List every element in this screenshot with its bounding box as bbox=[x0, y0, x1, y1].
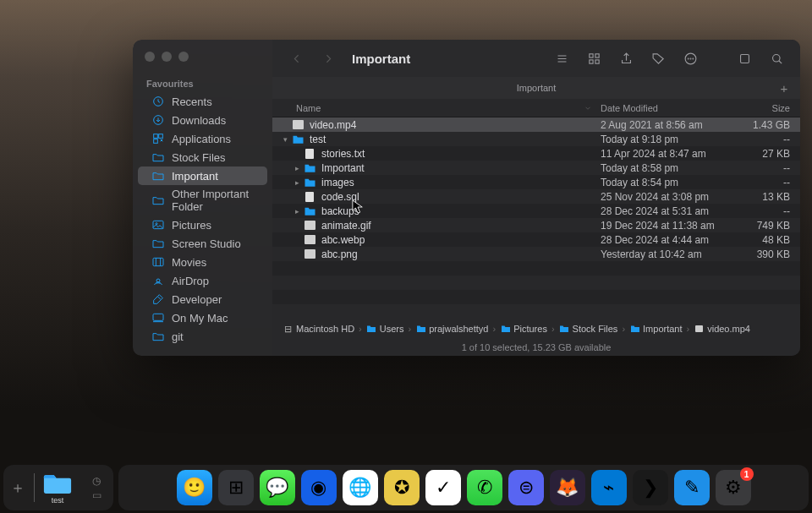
group-button[interactable] bbox=[582, 46, 606, 70]
file-row[interactable]: code.sql25 Nov 2024 at 3:08 pm13 KB bbox=[272, 189, 800, 204]
dock-app-notes[interactable]: ✓ bbox=[425, 470, 461, 505]
column-date[interactable]: Date Modified bbox=[601, 103, 734, 113]
path-segment[interactable]: Pictures bbox=[500, 324, 547, 335]
file-row[interactable]: ▸imagesToday at 8:54 pm-- bbox=[272, 175, 800, 189]
sidebar-item-developer[interactable]: Developer bbox=[138, 290, 267, 308]
dock-app-discord[interactable]: ⊜ bbox=[508, 470, 544, 505]
movie-icon bbox=[151, 255, 165, 269]
file-name: video.mp4 bbox=[310, 119, 601, 131]
sidebar-item-screen-studio[interactable]: Screen Studio bbox=[138, 234, 267, 253]
zoom-button[interactable] bbox=[178, 52, 189, 62]
file-row[interactable]: video.mp42 Aug 2021 at 8:56 am1.43 GB bbox=[272, 117, 800, 132]
dock-app-terminal[interactable]: ❯ bbox=[633, 470, 668, 505]
svg-rect-12 bbox=[153, 314, 163, 320]
file-date: Today at 8:54 pm bbox=[601, 177, 734, 188]
disclosure-triangle[interactable]: ▸ bbox=[291, 178, 303, 187]
file-name: animate.gif bbox=[321, 220, 601, 232]
sidebar-item-downloads[interactable]: Downloads bbox=[138, 111, 267, 129]
folder-icon bbox=[629, 324, 640, 335]
expose-icon[interactable]: ▭ bbox=[92, 489, 102, 501]
sidebar-item-label: Important bbox=[172, 170, 218, 183]
sidebar-item-label: Stock Files bbox=[172, 151, 226, 164]
dock-app-xcode[interactable]: ✎ bbox=[674, 470, 710, 505]
disclosure-triangle[interactable]: ▸ bbox=[291, 207, 303, 216]
dock-stack-test[interactable]: test bbox=[43, 472, 72, 505]
column-name[interactable]: Name bbox=[296, 103, 321, 113]
file-row[interactable]: ▸ImportantToday at 8:58 pm-- bbox=[272, 161, 800, 175]
sidebar-item-git[interactable]: git bbox=[138, 327, 267, 346]
sidebar-item-label: AirDrop bbox=[172, 275, 209, 287]
minimize-button[interactable] bbox=[162, 52, 172, 62]
back-button[interactable] bbox=[284, 46, 308, 70]
sidebar-item-recents[interactable]: Recents bbox=[138, 92, 267, 111]
disclosure-triangle[interactable]: ▸ bbox=[291, 164, 303, 172]
dock-app-app2[interactable]: ✪ bbox=[384, 470, 420, 505]
sidebar-item-label: Movies bbox=[172, 256, 206, 269]
tab-current[interactable]: Important bbox=[272, 83, 800, 93]
path-segment[interactable]: ⊟Macintosh HD bbox=[283, 324, 354, 335]
sort-indicator-icon bbox=[584, 104, 592, 112]
column-size[interactable]: Size bbox=[734, 103, 800, 113]
file-size: 749 KB bbox=[734, 220, 800, 232]
actions-button[interactable] bbox=[678, 46, 702, 70]
svg-rect-17 bbox=[589, 53, 592, 57]
file-date: Today at 8:58 pm bbox=[601, 162, 734, 174]
sidebar-item-airdrop[interactable]: AirDrop bbox=[138, 271, 267, 290]
dock-app-vscode[interactable]: ⌁ bbox=[591, 470, 627, 505]
file-name: images bbox=[321, 177, 601, 188]
path-segment[interactable]: Users bbox=[366, 324, 404, 335]
file-name: Important bbox=[321, 162, 601, 174]
file-size: 390 KB bbox=[734, 248, 800, 260]
dock-app-messages[interactable]: 💬 bbox=[260, 470, 295, 505]
dock-stack-label: test bbox=[52, 496, 64, 505]
tags-button[interactable] bbox=[646, 46, 670, 70]
folder-icon bbox=[151, 150, 165, 164]
file-size: 1.43 GB bbox=[734, 119, 800, 131]
sidebar-item-on-my-mac[interactable]: On My Mac bbox=[138, 308, 267, 327]
sidebar-item-applications[interactable]: Applications bbox=[138, 129, 267, 148]
media-icon bbox=[303, 248, 316, 260]
sidebar-item-pictures[interactable]: Pictures bbox=[138, 216, 267, 234]
dock-app-firefox[interactable]: 🦊 bbox=[550, 470, 585, 505]
share-button[interactable] bbox=[614, 46, 638, 70]
close-button[interactable] bbox=[145, 52, 155, 62]
new-tab-button[interactable]: + bbox=[776, 80, 792, 96]
sidebar-item-stock-files[interactable]: Stock Files bbox=[138, 148, 267, 166]
sidebar-item-other-important-folder[interactable]: Other Important Folder bbox=[138, 185, 267, 216]
svg-rect-8 bbox=[153, 258, 163, 265]
path-segment[interactable]: Stock Files bbox=[559, 324, 618, 335]
file-row[interactable]: abc.webp28 Dec 2024 at 4:44 am48 KB bbox=[272, 232, 800, 247]
dock-app-whatsapp[interactable]: ✆ bbox=[467, 470, 502, 505]
sidebar: Favourites RecentsDownloadsApplicationsS… bbox=[133, 40, 272, 356]
file-name: abc.webp bbox=[321, 234, 601, 246]
file-row[interactable]: ▸backups28 Dec 2024 at 5:31 am-- bbox=[272, 204, 800, 218]
path-segment[interactable]: prajwalshettyd bbox=[415, 324, 488, 335]
recent-apps-icon[interactable]: ◷ bbox=[92, 475, 102, 487]
dock-app-settings[interactable]: ⚙1 bbox=[716, 470, 751, 505]
svg-rect-25 bbox=[740, 54, 749, 63]
file-row[interactable]: animate.gif19 Dec 2024 at 11:38 am749 KB bbox=[272, 218, 800, 232]
path-segment[interactable]: video.mp4 bbox=[694, 324, 750, 335]
sidebar-item-important[interactable]: Important bbox=[138, 166, 267, 185]
file-row[interactable]: stories.txt11 Apr 2024 at 8:47 am27 KB bbox=[272, 146, 800, 161]
preview-button[interactable] bbox=[732, 46, 756, 70]
disclosure-triangle[interactable]: ▾ bbox=[279, 135, 291, 144]
folder-icon bbox=[303, 205, 316, 217]
file-row[interactable]: abc.pngYesterday at 10:42 am390 KB bbox=[272, 247, 800, 261]
search-button[interactable] bbox=[765, 46, 788, 70]
column-headers[interactable]: Name Date Modified Size bbox=[272, 99, 800, 117]
path-separator: › bbox=[622, 324, 625, 334]
sidebar-item-movies[interactable]: Movies bbox=[138, 253, 267, 271]
dock-app-app[interactable]: ◉ bbox=[301, 470, 337, 505]
dock-app-finder[interactable]: 🙂 bbox=[177, 470, 212, 505]
view-list-button[interactable] bbox=[550, 46, 573, 70]
dock-add-button[interactable]: ＋ bbox=[10, 478, 25, 498]
file-row[interactable]: ▾testToday at 9:18 pm-- bbox=[272, 132, 800, 146]
dock-app-launchpad[interactable]: ⊞ bbox=[218, 470, 254, 505]
dock-app-chrome[interactable]: 🌐 bbox=[343, 470, 378, 505]
forward-button[interactable] bbox=[316, 46, 340, 70]
file-list: video.mp42 Aug 2021 at 8:56 am1.43 GB▾te… bbox=[272, 117, 800, 319]
download-icon bbox=[151, 113, 165, 127]
path-segment[interactable]: Important bbox=[629, 324, 682, 335]
empty-row bbox=[272, 290, 800, 304]
